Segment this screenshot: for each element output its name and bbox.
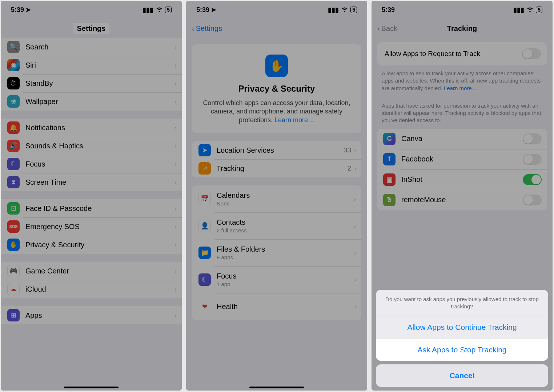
- screen-tracking: 5:39 ▮▮▮ 5 ‹ Back Tracking Allow Apps to…: [372, 1, 553, 391]
- back-button[interactable]: ‹ Back: [377, 24, 397, 33]
- app-label: Facebook: [401, 155, 523, 163]
- battery-icon: 5: [165, 7, 172, 13]
- settings-row-focus[interactable]: ☾Focus›: [1, 155, 182, 173]
- settings-row-siri[interactable]: ◉Siri›: [1, 56, 182, 74]
- sheet-stop-button[interactable]: Ask Apps to Stop Tracking: [376, 338, 548, 361]
- chevron-right-icon: ›: [354, 222, 356, 230]
- row-label: Screen Time: [25, 178, 174, 187]
- settings-row-emergency-sos[interactable]: SOSEmergency SOS›: [1, 217, 182, 236]
- chevron-right-icon: ›: [174, 124, 177, 132]
- settings-row-tracking[interactable]: ↗Tracking2›: [192, 159, 361, 177]
- moon-icon: ☾: [7, 158, 20, 170]
- bell-icon: 🔔: [7, 121, 20, 134]
- status-bar: 5:39 ➤ ▮▮▮ 5: [1, 1, 182, 19]
- chevron-right-icon: ›: [174, 223, 177, 231]
- settings-row-contacts[interactable]: 👤Contacts2 full access›: [192, 212, 361, 239]
- app-toggle[interactable]: [523, 195, 542, 205]
- app-row-facebook[interactable]: fFacebook: [377, 149, 547, 169]
- settings-row-apps[interactable]: ⊞Apps›: [1, 306, 182, 324]
- settings-row-health[interactable]: ❤︎Health›: [192, 293, 361, 320]
- settings-row-game-center[interactable]: 🎮Game Center›: [1, 262, 182, 280]
- icloud-icon: ☁︎: [7, 283, 20, 295]
- inshot-icon: ▣: [383, 173, 396, 186]
- settings-row-location-services[interactable]: ➤Location Services33›: [192, 141, 361, 159]
- allow-tracking-label: Allow Apps to Request to Track: [385, 50, 522, 58]
- row-label: Sounds & Haptics: [25, 142, 174, 150]
- settings-row-search[interactable]: 🔍Search›: [1, 38, 182, 56]
- chevron-right-icon: ›: [354, 195, 356, 203]
- standby-icon: ⏱: [7, 77, 20, 89]
- status-time: 5:39: [382, 6, 395, 14]
- focus-icon: ☾: [198, 273, 211, 286]
- learn-more-link[interactable]: Learn more…: [444, 85, 477, 91]
- signal-icon: ▮▮▮: [328, 6, 339, 14]
- chevron-right-icon: ›: [174, 98, 177, 105]
- sheet-cancel-button[interactable]: Cancel: [376, 364, 548, 387]
- location-arrow-icon: ➤: [25, 6, 31, 14]
- app-toggle[interactable]: [523, 174, 542, 185]
- row-label: Calendars: [217, 191, 354, 200]
- allow-tracking-toggle[interactable]: [522, 48, 541, 59]
- chevron-right-icon: ›: [174, 142, 177, 150]
- back-label: Back: [381, 24, 397, 33]
- hand-icon: ✋: [7, 239, 20, 251]
- wifi-icon: [526, 5, 534, 15]
- health-icon: ❤︎: [198, 300, 211, 313]
- privacy-header-card: ✋ Privacy & Security Control which apps …: [192, 44, 361, 133]
- row-label: Search: [25, 43, 174, 51]
- row-label: Face ID & Passcode: [25, 204, 174, 213]
- row-sublabel: None: [217, 200, 354, 207]
- sheet-continue-button[interactable]: Allow Apps to Continue Tracking: [376, 316, 548, 338]
- settings-row-calendars[interactable]: 📅CalendarsNone›: [192, 185, 361, 212]
- row-label: Apps: [25, 311, 174, 320]
- app-row-canva[interactable]: CCanva: [377, 129, 547, 149]
- learn-more-link[interactable]: Learn more…: [274, 116, 314, 124]
- battery-icon: 5: [350, 7, 357, 13]
- app-toggle[interactable]: [523, 154, 542, 165]
- battery-icon: 5: [536, 7, 542, 13]
- sos-icon: SOS: [7, 220, 20, 233]
- speaker-icon: 🔊: [7, 140, 20, 152]
- app-row-inshot[interactable]: ▣InShot: [377, 169, 547, 190]
- settings-row-standby[interactable]: ⏱StandBy›: [1, 74, 182, 92]
- tracking-icon: ↗: [198, 162, 211, 175]
- signal-icon: ▮▮▮: [142, 6, 153, 14]
- settings-row-notifications[interactable]: 🔔Notifications›: [1, 119, 182, 137]
- chevron-right-icon: ›: [354, 147, 356, 154]
- page-title: Settings: [73, 23, 109, 34]
- settings-row-screen-time[interactable]: ⧗Screen Time›: [1, 173, 182, 191]
- row-sublabel: 9 apps: [217, 254, 354, 260]
- settings-row-focus[interactable]: ☾Focus1 app›: [192, 266, 361, 293]
- status-time: 5:39: [11, 6, 24, 14]
- chevron-right-icon: ›: [354, 276, 356, 284]
- home-indicator[interactable]: [249, 387, 304, 388]
- settings-row-sounds-haptics[interactable]: 🔊Sounds & Haptics›: [1, 137, 182, 155]
- row-label: Health: [217, 303, 354, 311]
- nav-header: ‹ Settings: [186, 19, 367, 38]
- apps-desc: Apps that have asked for permission to t…: [382, 102, 542, 124]
- card-desc: Control which apps can access your data,…: [199, 99, 354, 124]
- allow-tracking-row[interactable]: Allow Apps to Request to Track: [377, 42, 547, 65]
- canva-icon: C: [383, 133, 396, 145]
- search-icon: 🔍: [7, 41, 20, 53]
- apps-icon: ⊞: [7, 309, 20, 321]
- status-bar: 5:39 ➤ ▮▮▮ 5: [186, 1, 367, 19]
- settings-row-face-id-passcode[interactable]: ⊡Face ID & Passcode›: [1, 199, 182, 217]
- home-indicator[interactable]: [64, 387, 119, 388]
- row-label: Focus: [25, 160, 174, 168]
- app-row-remotemouse[interactable]: 🖱remoteMouse: [377, 190, 547, 210]
- settings-row-files-folders[interactable]: 📁Files & Folders9 apps›: [192, 239, 361, 266]
- siri-icon: ◉: [7, 59, 20, 71]
- settings-row-icloud[interactable]: ☁︎iCloud›: [1, 280, 182, 298]
- app-toggle[interactable]: [523, 133, 542, 144]
- back-button[interactable]: ‹ Settings: [192, 24, 222, 33]
- row-label: Notifications: [25, 124, 174, 132]
- wallpaper-icon: ❀: [7, 95, 20, 108]
- hand-icon: ✋: [265, 55, 288, 77]
- row-value: 2: [347, 164, 351, 172]
- settings-row-wallpaper[interactable]: ❀Wallpaper›: [1, 92, 182, 111]
- chevron-left-icon: ‹: [377, 24, 380, 33]
- row-label: iCloud: [25, 285, 174, 293]
- app-label: InShot: [401, 175, 523, 184]
- settings-row-privacy-security[interactable]: ✋Privacy & Security›: [1, 236, 182, 254]
